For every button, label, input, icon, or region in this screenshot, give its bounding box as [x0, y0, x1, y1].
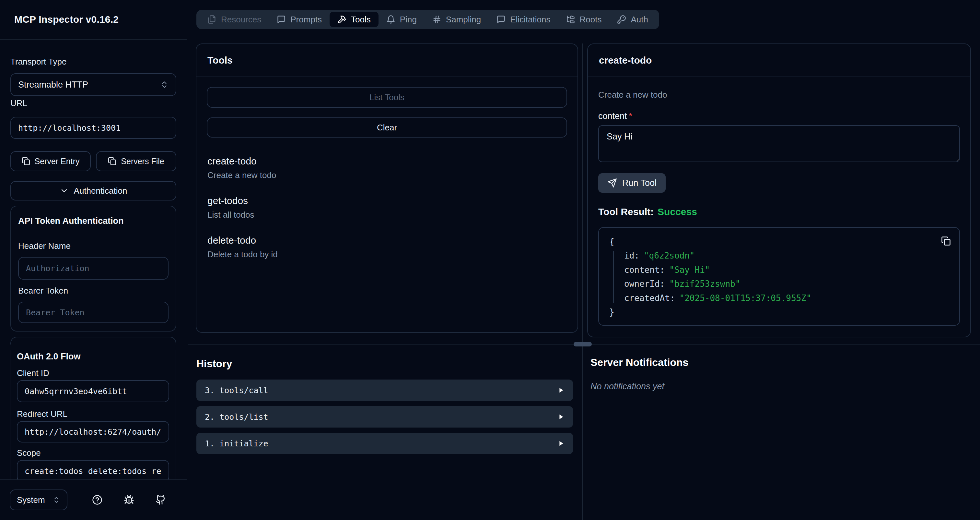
- tool-list-item-create-todo[interactable]: create-todo Create a new todo: [207, 155, 566, 180]
- sidebar-footer: System: [0, 479, 187, 520]
- tab-elicitations[interactable]: Elicitations: [489, 12, 558, 27]
- tool-result-line: Tool Result:Success: [598, 206, 960, 217]
- json-value: "q6z2sodn": [644, 251, 695, 260]
- bug-icon: [124, 495, 134, 505]
- client-id-input[interactable]: [17, 380, 169, 402]
- json-entries: id:"q6z2sodn" content:"Say Hi" ownerId:"…: [609, 249, 949, 305]
- servers-file-button[interactable]: Servers File: [96, 151, 176, 171]
- history-row-label: 1. initialize: [205, 439, 268, 448]
- copy-result-button[interactable]: [941, 236, 951, 246]
- list-tools-button[interactable]: List Tools: [207, 87, 567, 108]
- help-circle-icon: [92, 495, 102, 505]
- tool-name: get-todos: [207, 195, 566, 207]
- tool-list: create-todo Create a new todo get-todos …: [207, 155, 567, 260]
- history-row-tools-call[interactable]: 3. tools/call: [196, 380, 573, 401]
- history-rows: 3. tools/call 2. tools/list 1. initializ…: [196, 380, 573, 454]
- history-row-label: 2. tools/list: [205, 412, 268, 422]
- tool-result-status: Success: [657, 206, 697, 217]
- tab-resources[interactable]: Resources: [200, 12, 269, 27]
- tab-tools[interactable]: Tools: [329, 12, 379, 27]
- tab-label: Elicitations: [510, 14, 550, 25]
- bug-report-button[interactable]: [124, 495, 134, 505]
- files-icon: [207, 15, 216, 24]
- json-key: content:: [624, 265, 665, 275]
- github-button[interactable]: [156, 495, 166, 505]
- expand-caret-icon: [557, 387, 565, 394]
- history-row-tools-list[interactable]: 2. tools/list: [196, 406, 573, 427]
- json-indent-guide: [613, 251, 614, 303]
- expand-caret-icon: [557, 440, 565, 447]
- github-icon: [156, 495, 166, 505]
- bearer-token-input[interactable]: [18, 302, 169, 323]
- history-row-initialize[interactable]: 1. initialize: [196, 433, 573, 454]
- redirect-url-input[interactable]: [17, 421, 169, 442]
- tab-sampling[interactable]: Sampling: [425, 12, 489, 27]
- header-name-label: Header Name: [18, 241, 169, 251]
- url-input[interactable]: [10, 117, 176, 139]
- run-tool-label: Run Tool: [622, 178, 657, 188]
- scope-label: Scope: [17, 448, 169, 458]
- tab-label: Ping: [400, 14, 417, 25]
- vertical-panel-divider: [582, 43, 583, 520]
- clipped-card-edge: [10, 337, 176, 345]
- tab-ping[interactable]: Ping: [379, 12, 425, 27]
- key-icon: [617, 15, 626, 24]
- authentication-toggle-label: Authentication: [74, 186, 127, 196]
- sidebar-connection-settings: Transport Type Streamable HTTP URL Serve…: [0, 40, 187, 345]
- tab-label: Prompts: [290, 14, 322, 25]
- tab-label: Tools: [351, 14, 371, 25]
- panel-resize-handle[interactable]: [574, 342, 592, 346]
- tool-result-label: Tool Result:: [598, 206, 654, 217]
- tab-roots[interactable]: Roots: [558, 12, 609, 27]
- copy-icon: [108, 157, 116, 166]
- clear-tools-button[interactable]: Clear: [207, 117, 567, 137]
- theme-select[interactable]: System: [10, 490, 67, 510]
- bearer-token-label: Bearer Token: [18, 286, 169, 296]
- tool-name: create-todo: [207, 155, 566, 167]
- hash-icon: [432, 15, 441, 24]
- help-button[interactable]: [92, 495, 102, 505]
- json-entry-id: id:"q6z2sodn": [624, 249, 949, 263]
- history-row-label: 3. tools/call: [205, 386, 268, 395]
- chevron-down-icon: [60, 186, 69, 195]
- app-title: MCP Inspector v0.16.2: [14, 14, 119, 25]
- sidebar-header: MCP Inspector v0.16.2: [0, 0, 187, 40]
- tool-description: Delete a todo by id: [207, 249, 566, 260]
- header-name-input[interactable]: [18, 257, 169, 280]
- transport-type-select[interactable]: Streamable HTTP: [10, 73, 176, 96]
- client-id-label: Client ID: [17, 368, 169, 378]
- tab-label: Auth: [631, 14, 648, 25]
- folder-tree-icon: [566, 15, 575, 24]
- transport-type-value: Streamable HTTP: [18, 80, 88, 90]
- json-entry-createdAt: createdAt:"2025-08-01T15:37:05.955Z": [624, 291, 949, 305]
- tab-bar: Resources Prompts Tools Ping Sampling El…: [196, 10, 659, 29]
- tool-detail-description: Create a new todo: [598, 89, 960, 100]
- tool-detail-body: Create a new todo content* Say Hi Run To…: [588, 77, 970, 326]
- history-panel: History 3. tools/call 2. tools/list 1. i…: [196, 357, 573, 454]
- message-square-icon: [496, 15, 506, 24]
- mcp-inspector-app: MCP Inspector v0.16.2 Transport Type Str…: [0, 0, 980, 520]
- tool-list-item-delete-todo[interactable]: delete-todo Delete a todo by id: [207, 234, 566, 260]
- authentication-toggle[interactable]: Authentication: [10, 181, 176, 201]
- tool-list-item-get-todos[interactable]: get-todos List all todos: [207, 195, 566, 220]
- chevrons-up-down-icon: [160, 80, 169, 89]
- run-tool-button[interactable]: Run Tool: [598, 173, 666, 193]
- required-asterisk: *: [629, 111, 633, 121]
- tools-panel: Tools List Tools Clear create-todo Creat…: [196, 43, 578, 333]
- notifications-empty-message: No notifications yet: [590, 381, 688, 392]
- tools-panel-title: Tools: [196, 44, 578, 77]
- tab-label: Sampling: [446, 14, 481, 25]
- json-key: id:: [624, 251, 640, 260]
- scope-input[interactable]: [17, 460, 169, 479]
- tab-prompts[interactable]: Prompts: [269, 12, 329, 27]
- copy-icon: [22, 157, 30, 166]
- json-value: "2025-08-01T15:37:05.955Z": [679, 293, 811, 303]
- json-entry-ownerId: ownerId:"bzif253zswnb": [624, 277, 949, 291]
- server-entry-button[interactable]: Server Entry: [10, 151, 91, 171]
- content-field-textarea[interactable]: Say Hi: [598, 125, 960, 162]
- server-notifications-title: Server Notifications: [590, 356, 688, 368]
- json-value: "bzif253zswnb": [669, 279, 740, 289]
- tab-auth[interactable]: Auth: [609, 12, 656, 27]
- transport-type-label: Transport Type: [10, 56, 176, 67]
- tab-label: Roots: [580, 14, 602, 25]
